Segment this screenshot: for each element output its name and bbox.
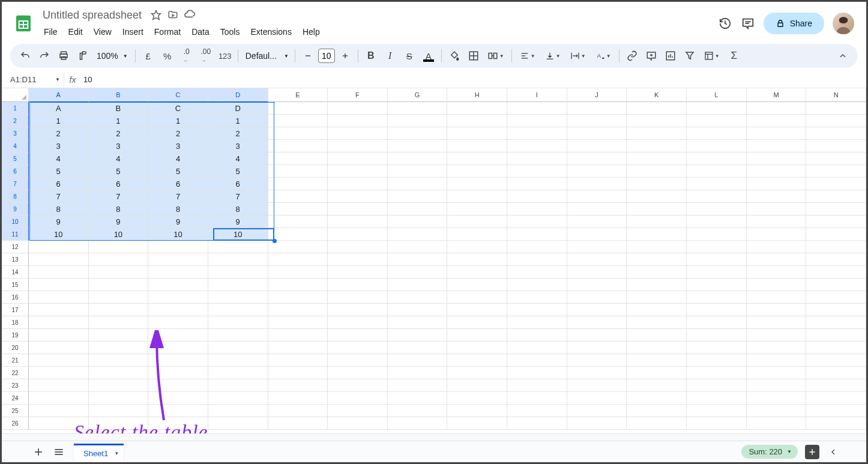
cell[interactable] [29, 342, 89, 354]
cell[interactable] [89, 367, 149, 379]
horizontal-align-button[interactable]: ▼ [516, 47, 540, 65]
cell[interactable] [627, 291, 687, 304]
cell[interactable] [747, 152, 807, 165]
cell[interactable] [29, 266, 89, 279]
cell[interactable] [328, 354, 388, 367]
cell[interactable] [328, 165, 388, 178]
cell[interactable] [268, 165, 328, 178]
row-header[interactable]: 20 [2, 342, 29, 354]
cell[interactable] [29, 405, 89, 417]
cell[interactable] [747, 291, 807, 304]
cell[interactable] [388, 279, 448, 291]
cell[interactable] [388, 127, 448, 140]
cell[interactable] [148, 379, 208, 392]
row-header[interactable]: 1 [2, 102, 29, 115]
decrease-font-button[interactable] [299, 47, 317, 65]
cell[interactable] [687, 316, 747, 329]
increase-decimal-button[interactable]: .00→ [197, 47, 215, 65]
cell[interactable]: 7 [148, 190, 208, 203]
select-all-corner[interactable] [2, 88, 29, 102]
cell[interactable] [447, 228, 507, 241]
row-header[interactable]: 23 [2, 379, 29, 392]
cell[interactable] [148, 329, 208, 342]
cell[interactable]: 3 [148, 140, 208, 152]
cell[interactable] [747, 165, 807, 178]
cell[interactable]: 6 [148, 178, 208, 190]
cell[interactable] [567, 178, 627, 190]
cell[interactable] [507, 178, 567, 190]
all-sheets-button[interactable] [49, 443, 69, 461]
cell[interactable] [747, 115, 807, 127]
cell[interactable] [627, 329, 687, 342]
fx-icon[interactable]: fx [64, 75, 81, 85]
cell[interactable] [29, 279, 89, 291]
menu-file[interactable]: File [39, 25, 62, 39]
cell[interactable]: 6 [29, 178, 89, 190]
cell[interactable] [268, 379, 328, 392]
cell[interactable] [447, 115, 507, 127]
cell[interactable] [89, 253, 149, 266]
cell[interactable]: 5 [148, 165, 208, 178]
star-icon[interactable] [150, 9, 162, 21]
cloud-status-icon[interactable] [184, 9, 196, 21]
cell[interactable] [328, 253, 388, 266]
cell[interactable] [268, 190, 328, 203]
cell[interactable] [268, 102, 328, 115]
cell[interactable] [148, 253, 208, 266]
column-header[interactable]: A [29, 88, 89, 102]
cell[interactable]: 1 [148, 115, 208, 127]
menu-tools[interactable]: Tools [215, 25, 245, 39]
cell[interactable] [268, 215, 328, 228]
cell[interactable] [687, 417, 747, 430]
cell[interactable] [328, 304, 388, 316]
cell[interactable] [208, 316, 268, 329]
cell[interactable]: 7 [208, 190, 268, 203]
insert-chart-button[interactable] [662, 47, 680, 65]
row-header[interactable]: 13 [2, 253, 29, 266]
font-size-input[interactable] [318, 49, 335, 63]
cell[interactable] [447, 266, 507, 279]
cell[interactable] [89, 354, 149, 367]
number-format-button[interactable]: 123 [216, 47, 234, 65]
italic-button[interactable]: I [381, 47, 399, 65]
account-avatar[interactable] [833, 13, 854, 34]
cell[interactable] [447, 367, 507, 379]
cell[interactable] [388, 405, 448, 417]
column-header[interactable]: M [747, 88, 807, 102]
cell[interactable] [328, 152, 388, 165]
cell[interactable] [806, 354, 866, 367]
cell[interactable] [507, 266, 567, 279]
formula-input[interactable]: 10 [81, 75, 866, 84]
cell[interactable] [388, 140, 448, 152]
insert-comment-button[interactable] [642, 47, 660, 65]
share-button[interactable]: Share [764, 13, 824, 34]
cell[interactable]: 5 [208, 165, 268, 178]
cell[interactable] [567, 215, 627, 228]
column-header[interactable]: H [447, 88, 507, 102]
menu-view[interactable]: View [89, 25, 116, 39]
filter-views-button[interactable]: ▼ [700, 47, 724, 65]
cell[interactable] [806, 379, 866, 392]
merge-cells-button[interactable]: ▼ [484, 47, 508, 65]
font-dropdown[interactable]: Defaul...▼ [242, 51, 291, 61]
cell[interactable] [328, 291, 388, 304]
cell[interactable] [687, 367, 747, 379]
currency-button[interactable]: £ [139, 47, 157, 65]
cell[interactable] [567, 190, 627, 203]
cell[interactable] [507, 342, 567, 354]
column-header[interactable]: I [507, 88, 567, 102]
cell[interactable] [148, 291, 208, 304]
cell[interactable] [328, 367, 388, 379]
filter-button[interactable] [681, 47, 699, 65]
cell[interactable]: 4 [89, 152, 149, 165]
cell[interactable] [208, 367, 268, 379]
cell[interactable] [687, 304, 747, 316]
cell[interactable] [747, 405, 807, 417]
cell[interactable] [29, 241, 89, 253]
column-header[interactable]: F [328, 88, 388, 102]
cell[interactable]: 9 [148, 215, 208, 228]
cell[interactable] [328, 241, 388, 253]
cell[interactable]: 6 [208, 178, 268, 190]
cell[interactable]: 1 [29, 115, 89, 127]
cell[interactable] [208, 379, 268, 392]
